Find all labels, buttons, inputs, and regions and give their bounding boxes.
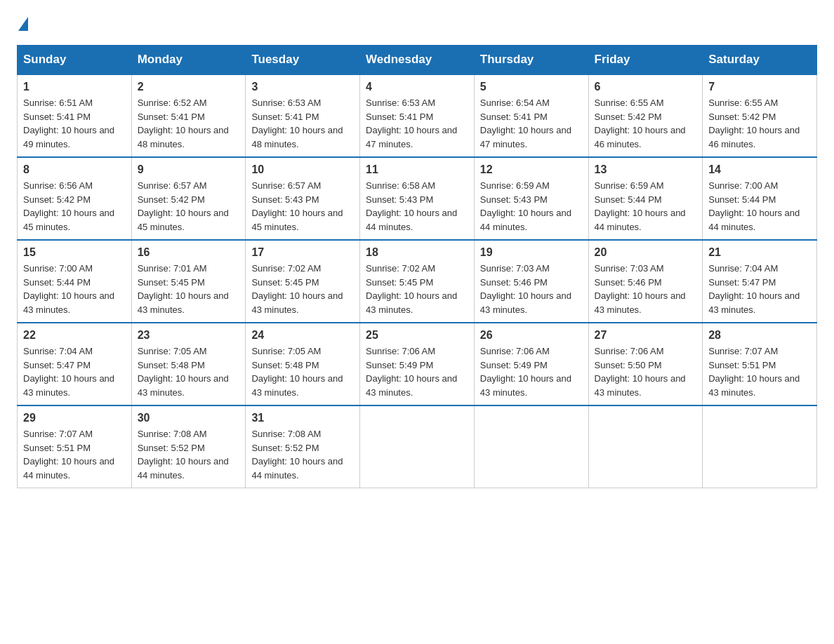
day-info: Sunrise: 7:03 AM Sunset: 5:46 PM Dayligh… bbox=[480, 262, 583, 316]
day-number: 29 bbox=[23, 412, 126, 424]
day-info: Sunrise: 7:06 AM Sunset: 5:50 PM Dayligh… bbox=[595, 344, 697, 399]
calendar-day-cell: 8 Sunrise: 6:56 AM Sunset: 5:42 PM Dayli… bbox=[18, 157, 132, 240]
day-number: 11 bbox=[366, 163, 468, 176]
day-number: 18 bbox=[366, 246, 468, 259]
calendar-week-row: 1 Sunrise: 6:51 AM Sunset: 5:41 PM Dayli… bbox=[18, 74, 817, 157]
day-number: 13 bbox=[595, 163, 697, 176]
day-of-week-header: Tuesday bbox=[246, 46, 360, 75]
day-number: 23 bbox=[138, 329, 240, 342]
day-info: Sunrise: 7:02 AM Sunset: 5:45 PM Dayligh… bbox=[251, 262, 354, 316]
day-info: Sunrise: 7:05 AM Sunset: 5:48 PM Dayligh… bbox=[251, 344, 354, 399]
calendar-day-cell: 14 Sunrise: 7:00 AM Sunset: 5:44 PM Dayl… bbox=[703, 157, 817, 240]
calendar-day-cell: 7 Sunrise: 6:55 AM Sunset: 5:42 PM Dayli… bbox=[703, 74, 817, 157]
day-number: 2 bbox=[138, 81, 240, 93]
day-number: 22 bbox=[23, 329, 126, 342]
logo bbox=[17, 17, 29, 31]
day-info: Sunrise: 6:55 AM Sunset: 5:42 PM Dayligh… bbox=[595, 96, 697, 151]
day-of-week-header: Sunday bbox=[18, 46, 132, 75]
calendar-day-cell: 13 Sunrise: 6:59 AM Sunset: 5:44 PM Dayl… bbox=[588, 157, 703, 240]
day-number: 9 bbox=[138, 163, 240, 176]
day-number: 24 bbox=[251, 329, 354, 342]
day-number: 6 bbox=[595, 81, 697, 93]
calendar-day-cell: 16 Sunrise: 7:01 AM Sunset: 5:45 PM Dayl… bbox=[131, 240, 246, 323]
day-of-week-header: Wednesday bbox=[360, 46, 475, 75]
calendar-day-cell: 31 Sunrise: 7:08 AM Sunset: 5:52 PM Dayl… bbox=[246, 405, 360, 488]
day-info: Sunrise: 7:04 AM Sunset: 5:47 PM Dayligh… bbox=[23, 344, 126, 399]
calendar-day-cell bbox=[360, 405, 475, 488]
day-number: 31 bbox=[251, 412, 354, 424]
day-of-week-header: Saturday bbox=[703, 46, 817, 75]
day-number: 10 bbox=[251, 163, 354, 176]
calendar-week-row: 29 Sunrise: 7:07 AM Sunset: 5:51 PM Dayl… bbox=[18, 405, 817, 488]
day-number: 3 bbox=[251, 81, 354, 93]
calendar-week-row: 22 Sunrise: 7:04 AM Sunset: 5:47 PM Dayl… bbox=[18, 323, 817, 405]
day-number: 26 bbox=[480, 329, 583, 342]
calendar-table: SundayMondayTuesdayWednesdayThursdayFrid… bbox=[17, 45, 817, 488]
logo-triangle-icon bbox=[18, 17, 28, 31]
calendar-header-row: SundayMondayTuesdayWednesdayThursdayFrid… bbox=[18, 46, 817, 75]
calendar-day-cell: 18 Sunrise: 7:02 AM Sunset: 5:45 PM Dayl… bbox=[360, 240, 475, 323]
day-number: 19 bbox=[480, 246, 583, 259]
day-info: Sunrise: 6:51 AM Sunset: 5:41 PM Dayligh… bbox=[23, 96, 126, 151]
day-number: 4 bbox=[366, 81, 468, 93]
day-number: 25 bbox=[366, 329, 468, 342]
day-info: Sunrise: 6:59 AM Sunset: 5:43 PM Dayligh… bbox=[480, 179, 583, 234]
day-info: Sunrise: 6:54 AM Sunset: 5:41 PM Dayligh… bbox=[480, 96, 583, 151]
day-info: Sunrise: 7:04 AM Sunset: 5:47 PM Dayligh… bbox=[708, 262, 811, 316]
day-info: Sunrise: 6:52 AM Sunset: 5:41 PM Dayligh… bbox=[138, 96, 240, 151]
calendar-day-cell: 4 Sunrise: 6:53 AM Sunset: 5:41 PM Dayli… bbox=[360, 74, 475, 157]
day-info: Sunrise: 7:03 AM Sunset: 5:46 PM Dayligh… bbox=[595, 262, 697, 316]
day-of-week-header: Monday bbox=[131, 46, 246, 75]
day-of-week-header: Thursday bbox=[474, 46, 588, 75]
calendar-day-cell: 22 Sunrise: 7:04 AM Sunset: 5:47 PM Dayl… bbox=[18, 323, 132, 405]
calendar-day-cell: 24 Sunrise: 7:05 AM Sunset: 5:48 PM Dayl… bbox=[246, 323, 360, 405]
calendar-day-cell: 23 Sunrise: 7:05 AM Sunset: 5:48 PM Dayl… bbox=[131, 323, 246, 405]
calendar-day-cell: 30 Sunrise: 7:08 AM Sunset: 5:52 PM Dayl… bbox=[131, 405, 246, 488]
day-info: Sunrise: 7:06 AM Sunset: 5:49 PM Dayligh… bbox=[366, 344, 468, 399]
calendar-day-cell: 27 Sunrise: 7:06 AM Sunset: 5:50 PM Dayl… bbox=[588, 323, 703, 405]
calendar-day-cell bbox=[588, 405, 703, 488]
calendar-day-cell: 9 Sunrise: 6:57 AM Sunset: 5:42 PM Dayli… bbox=[131, 157, 246, 240]
day-number: 1 bbox=[23, 81, 126, 93]
calendar-day-cell: 2 Sunrise: 6:52 AM Sunset: 5:41 PM Dayli… bbox=[131, 74, 246, 157]
day-number: 12 bbox=[480, 163, 583, 176]
day-info: Sunrise: 7:08 AM Sunset: 5:52 PM Dayligh… bbox=[251, 427, 354, 482]
day-info: Sunrise: 6:56 AM Sunset: 5:42 PM Dayligh… bbox=[23, 179, 126, 234]
calendar-day-cell: 10 Sunrise: 6:57 AM Sunset: 5:43 PM Dayl… bbox=[246, 157, 360, 240]
calendar-day-cell: 6 Sunrise: 6:55 AM Sunset: 5:42 PM Dayli… bbox=[588, 74, 703, 157]
day-info: Sunrise: 6:53 AM Sunset: 5:41 PM Dayligh… bbox=[251, 96, 354, 151]
day-of-week-header: Friday bbox=[588, 46, 703, 75]
day-number: 15 bbox=[23, 246, 126, 259]
day-number: 27 bbox=[595, 329, 697, 342]
day-info: Sunrise: 6:58 AM Sunset: 5:43 PM Dayligh… bbox=[366, 179, 468, 234]
page-header bbox=[17, 17, 817, 31]
day-info: Sunrise: 7:08 AM Sunset: 5:52 PM Dayligh… bbox=[138, 427, 240, 482]
calendar-day-cell: 28 Sunrise: 7:07 AM Sunset: 5:51 PM Dayl… bbox=[703, 323, 817, 405]
day-number: 21 bbox=[708, 246, 811, 259]
calendar-day-cell: 1 Sunrise: 6:51 AM Sunset: 5:41 PM Dayli… bbox=[18, 74, 132, 157]
calendar-day-cell: 11 Sunrise: 6:58 AM Sunset: 5:43 PM Dayl… bbox=[360, 157, 475, 240]
calendar-day-cell: 29 Sunrise: 7:07 AM Sunset: 5:51 PM Dayl… bbox=[18, 405, 132, 488]
calendar-day-cell: 20 Sunrise: 7:03 AM Sunset: 5:46 PM Dayl… bbox=[588, 240, 703, 323]
day-number: 30 bbox=[138, 412, 240, 424]
day-info: Sunrise: 7:05 AM Sunset: 5:48 PM Dayligh… bbox=[138, 344, 240, 399]
calendar-day-cell: 15 Sunrise: 7:00 AM Sunset: 5:44 PM Dayl… bbox=[18, 240, 132, 323]
day-info: Sunrise: 6:57 AM Sunset: 5:43 PM Dayligh… bbox=[251, 179, 354, 234]
calendar-day-cell: 12 Sunrise: 6:59 AM Sunset: 5:43 PM Dayl… bbox=[474, 157, 588, 240]
calendar-day-cell: 26 Sunrise: 7:06 AM Sunset: 5:49 PM Dayl… bbox=[474, 323, 588, 405]
day-info: Sunrise: 7:00 AM Sunset: 5:44 PM Dayligh… bbox=[708, 179, 811, 234]
day-info: Sunrise: 7:06 AM Sunset: 5:49 PM Dayligh… bbox=[480, 344, 583, 399]
day-info: Sunrise: 7:02 AM Sunset: 5:45 PM Dayligh… bbox=[366, 262, 468, 316]
calendar-day-cell: 25 Sunrise: 7:06 AM Sunset: 5:49 PM Dayl… bbox=[360, 323, 475, 405]
calendar-day-cell bbox=[703, 405, 817, 488]
calendar-day-cell bbox=[474, 405, 588, 488]
day-number: 14 bbox=[708, 163, 811, 176]
day-number: 7 bbox=[708, 81, 811, 93]
day-number: 16 bbox=[138, 246, 240, 259]
calendar-day-cell: 3 Sunrise: 6:53 AM Sunset: 5:41 PM Dayli… bbox=[246, 74, 360, 157]
calendar-week-row: 8 Sunrise: 6:56 AM Sunset: 5:42 PM Dayli… bbox=[18, 157, 817, 240]
day-info: Sunrise: 7:07 AM Sunset: 5:51 PM Dayligh… bbox=[708, 344, 811, 399]
day-number: 8 bbox=[23, 163, 126, 176]
day-info: Sunrise: 7:07 AM Sunset: 5:51 PM Dayligh… bbox=[23, 427, 126, 482]
day-info: Sunrise: 7:01 AM Sunset: 5:45 PM Dayligh… bbox=[138, 262, 240, 316]
